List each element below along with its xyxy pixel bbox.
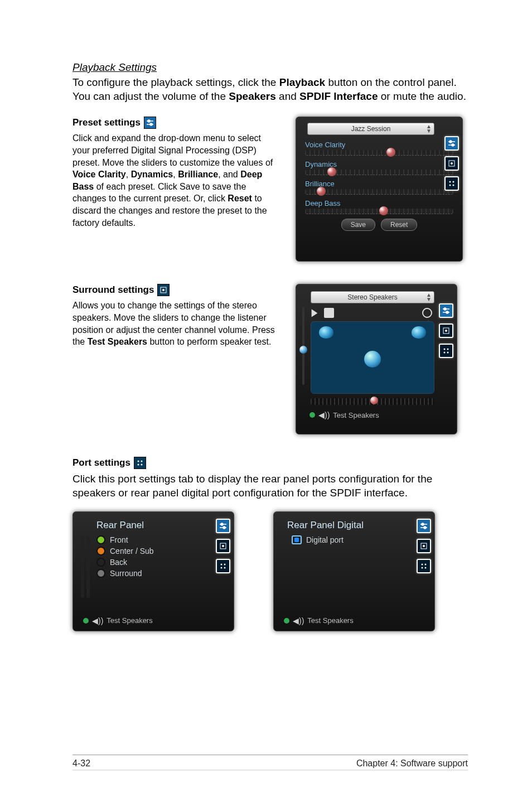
- tab-surround-icon[interactable]: [417, 539, 431, 553]
- loop-button[interactable]: [422, 308, 432, 318]
- intro-a: To configure the playback settings, clic…: [72, 76, 279, 88]
- listener-grid[interactable]: [311, 321, 434, 394]
- svg-point-21: [445, 330, 447, 332]
- rear-test-speakers[interactable]: ◀)) Test Speakers: [81, 615, 153, 625]
- port-ports-icon: [134, 457, 146, 469]
- balance-slider[interactable]: [311, 398, 434, 405]
- preset-dropdown[interactable]: Jazz Session ▲▼: [307, 123, 434, 135]
- svg-point-9: [451, 162, 453, 165]
- tab-preset-sliders-icon[interactable]: [216, 519, 230, 533]
- tab-preset-sliders-icon[interactable]: [417, 519, 431, 533]
- deep-bass-group: Deep Bass: [305, 199, 453, 214]
- voice-clarity-slider[interactable]: [305, 150, 453, 156]
- preset-side-tabs: [444, 136, 459, 191]
- tab-preset-sliders-icon[interactable]: [444, 136, 459, 151]
- port-surround[interactable]: Surround: [96, 569, 211, 578]
- port-body: Click this port settings tab to display …: [72, 472, 468, 500]
- svg-point-38: [221, 567, 223, 568]
- preset-dropdown-label: Jazz Session: [351, 125, 391, 133]
- dynamics-label: Dynamics: [305, 160, 453, 168]
- listener-icon[interactable]: [364, 351, 381, 368]
- status-dot-icon: [284, 618, 289, 624]
- svg-point-45: [423, 545, 425, 547]
- sound-icon: ◀)): [92, 616, 103, 625]
- port-back-label: Back: [110, 558, 127, 567]
- preset-b3: Brilliance: [178, 170, 218, 179]
- port-front[interactable]: Front: [96, 535, 211, 544]
- intro-c: and: [276, 90, 299, 102]
- svg-point-10: [449, 181, 451, 183]
- surround-dropdown-label: Stereo Speakers: [347, 293, 397, 301]
- tab-port-icon[interactable]: [216, 559, 230, 573]
- port-digital[interactable]: Digital port: [292, 535, 412, 544]
- svg-point-28: [137, 464, 139, 466]
- svg-point-46: [422, 563, 423, 565]
- surround-dropdown[interactable]: Stereo Speakers ▲▼: [311, 291, 434, 303]
- preset-sliders-icon: [144, 117, 156, 129]
- svg-point-43: [424, 526, 426, 529]
- reset-button[interactable]: Reset: [381, 219, 417, 231]
- svg-point-19: [446, 311, 448, 313]
- play-button[interactable]: [309, 308, 320, 318]
- speaker-right-icon: [412, 326, 426, 339]
- surround-area-icon: [157, 284, 170, 296]
- preset-block: Preset settings Click and expand the dro…: [72, 117, 468, 262]
- rear-panel-side-tabs: [216, 519, 230, 573]
- tab-surround-icon[interactable]: [444, 156, 459, 171]
- test-speakers-row[interactable]: ◀)) Test Speakers: [307, 409, 434, 419]
- port-front-label: Front: [110, 535, 128, 544]
- tab-preset-sliders-icon[interactable]: [439, 303, 453, 318]
- sound-icon: ◀)): [293, 616, 304, 625]
- decorative-bar-icon: [86, 537, 90, 598]
- svg-point-29: [141, 464, 142, 466]
- surround-b1: Test Speakers: [88, 337, 147, 346]
- section-playback-title: Playback Settings: [72, 61, 468, 74]
- rear-panel-digital: Rear Panel Digital Digital port ◀)) Test…: [273, 511, 435, 631]
- svg-point-6: [449, 141, 452, 143]
- dynamics-slider[interactable]: [305, 170, 453, 175]
- svg-point-39: [224, 567, 226, 568]
- intro-d: or mute the audio.: [378, 90, 466, 102]
- left-volume-slider[interactable]: [299, 307, 307, 385]
- surround-side-tabs: [439, 303, 453, 358]
- digital-test-speakers[interactable]: ◀)) Test Speakers: [282, 615, 354, 625]
- surround-controls: [307, 308, 434, 321]
- deep-bass-label: Deep Bass: [305, 199, 453, 207]
- preset-b1: Voice Clarity: [72, 170, 126, 179]
- tab-port-icon[interactable]: [444, 176, 459, 191]
- brilliance-slider[interactable]: [305, 189, 453, 195]
- tab-surround-icon[interactable]: [216, 539, 230, 553]
- deep-bass-slider[interactable]: [305, 209, 453, 214]
- svg-point-13: [453, 185, 454, 186]
- surround-heading: Surround settings: [72, 284, 154, 296]
- svg-point-42: [422, 523, 424, 525]
- brilliance-label: Brilliance: [305, 180, 453, 188]
- tab-surround-icon[interactable]: [439, 323, 453, 338]
- save-button[interactable]: Save: [341, 219, 375, 231]
- svg-point-24: [444, 352, 446, 354]
- svg-point-22: [444, 349, 446, 350]
- sound-icon: ◀)): [318, 410, 330, 419]
- port-center-sub[interactable]: Center / Sub: [96, 547, 211, 555]
- port-back[interactable]: Back: [96, 558, 211, 567]
- jack-black-icon: [96, 558, 105, 567]
- chevron-updown-icon: ▲▼: [426, 124, 432, 133]
- stop-button[interactable]: [324, 308, 334, 318]
- rear-panel-title: Rear Panel: [96, 520, 211, 531]
- tab-port-icon[interactable]: [439, 344, 453, 358]
- svg-point-26: [137, 461, 139, 462]
- preset-body-b: of each preset. Click Save to save the c…: [72, 182, 246, 204]
- preset-sep3: , and: [218, 170, 240, 179]
- port-heading-row: Port settings: [72, 457, 468, 469]
- svg-point-27: [141, 461, 142, 462]
- svg-point-23: [447, 349, 449, 350]
- tab-port-icon[interactable]: [417, 559, 431, 573]
- dynamics-group: Dynamics: [305, 160, 453, 175]
- svg-point-25: [447, 352, 449, 354]
- chevron-updown-icon: ▲▼: [426, 293, 432, 302]
- port-digital-label: Digital port: [306, 535, 344, 544]
- port-heading: Port settings: [72, 457, 130, 468]
- svg-point-12: [449, 185, 451, 186]
- preset-button-row: Save Reset: [302, 219, 457, 231]
- port-surround-label: Surround: [110, 569, 142, 578]
